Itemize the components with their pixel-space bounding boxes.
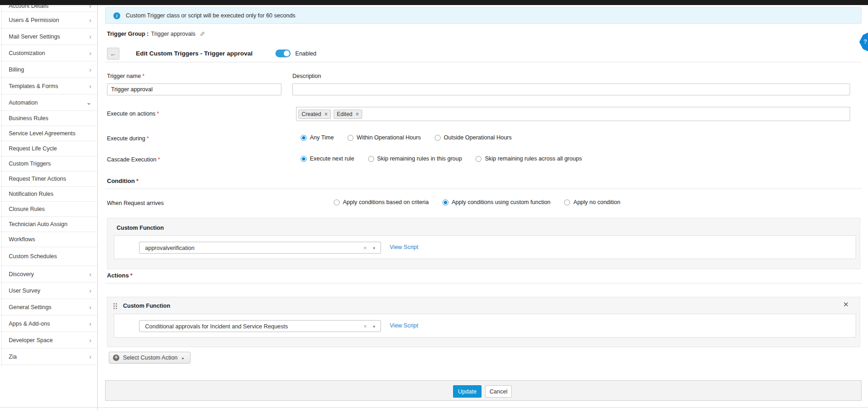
sidebar-item[interactable]: Billing › [0,61,97,78]
chevron-icon: › [89,50,91,56]
sidebar-item-label: Custom Schedules [9,253,57,260]
close-icon[interactable]: ✕ [843,300,849,309]
sidebar-item[interactable]: Mail Server Settings › [0,28,97,45]
drag-handle-icon[interactable] [113,303,118,310]
action-chip: Edited × [334,110,362,119]
sidebar-item-label: Custom Triggers [9,161,51,167]
clear-selection-icon[interactable]: × [364,323,367,330]
caret-up-icon: ▲ [181,356,185,360]
chevron-icon: › [89,304,91,310]
sidebar-item[interactable]: Users & Permission › [0,12,97,28]
sidebar-item[interactable]: Custom Schedules [0,247,97,266]
cancel-button[interactable]: Cancel [485,385,512,398]
condition-heading: Condition* [107,177,139,184]
sidebar-item[interactable]: Apps & Add-ons › [0,316,97,332]
custom-function-select[interactable]: approvalverification × ▼ [139,242,381,254]
chevron-icon: › [89,337,91,344]
chevron-icon: › [89,354,91,360]
radio-option[interactable]: Apply conditions based on criteria [334,199,429,205]
radio-option[interactable]: Skip remaining rules across all groups [476,155,582,162]
sidebar-item-label: Zia [9,354,17,360]
action-function-select[interactable]: Conditional approvals for Incident and S… [139,320,381,332]
radio-icon[interactable] [368,156,374,162]
header-divider [105,62,862,62]
chevron-icon: › [89,288,91,294]
sidebar-item[interactable]: Account Details › [0,5,97,12]
radio-option[interactable]: Within Operational Hours [347,134,421,141]
radio-option[interactable]: Any Time [301,134,334,141]
settings-sidebar: Account Details › Users & Permission › M… [0,5,98,410]
remove-chip-icon[interactable]: × [356,111,359,117]
sidebar-item[interactable]: Workflows [0,232,97,247]
caret-down-icon[interactable]: ▼ [372,246,376,250]
sidebar-item[interactable]: User Survey › [0,283,97,299]
sidebar-item-label: General Settings [9,304,51,310]
radio-icon[interactable] [301,156,307,162]
sidebar-item-label: Developer Space [9,337,53,344]
required-mark: * [142,73,145,79]
required-mark: * [130,272,133,279]
required-mark: * [158,156,160,163]
sidebar-item[interactable]: Developer Space › [0,332,97,349]
sidebar-item[interactable]: Technician Auto Assign [0,217,97,232]
radio-icon[interactable] [476,156,482,162]
radio-icon[interactable] [347,135,353,141]
radio-option[interactable]: Execute next rule [301,155,354,162]
radio-option[interactable]: Apply no condition [564,199,620,205]
action-custom-function-panel: Custom Function ✕ Conditional approvals … [107,297,860,347]
sidebar-item-label: Billing [9,66,24,73]
sidebar-item-label: Discovery [9,271,34,277]
sidebar-item[interactable]: Zia › [0,349,97,365]
radio-icon[interactable] [564,199,570,205]
remove-chip-icon[interactable]: × [325,111,328,117]
sidebar-item[interactable]: General Settings › [0,299,97,316]
sidebar-item[interactable]: Customization › [0,45,97,61]
edit-pencil-icon[interactable]: ✎ [198,31,206,37]
radio-icon[interactable] [442,199,448,205]
page-bottom-divider [0,407,868,408]
select-custom-action-button[interactable]: + Select Custom Action ▲ [109,352,190,364]
sidebar-item[interactable]: Templates & Forms › [0,78,97,94]
view-script-link[interactable]: View Script [390,322,418,329]
select-value: Conditional approvals for Incident and S… [145,323,288,330]
sidebar-item[interactable]: Custom Triggers [0,156,97,172]
sidebar-item[interactable]: Automation ⌄ [0,94,97,111]
update-button[interactable]: Update [453,385,482,398]
execute-on-actions-field[interactable]: Created × Edited × [296,107,850,121]
sidebar-item[interactable]: Request Life Cycle [0,141,97,156]
chevron-icon: › [89,83,91,89]
description-label: Description [292,73,321,79]
sidebar-item[interactable]: Notification Rules [0,187,97,202]
sidebar-item-label: Request Timer Actions [9,176,66,182]
radio-icon[interactable] [435,135,441,141]
trigger-name-input[interactable] [107,83,281,95]
sidebar-item[interactable]: Business Rules [0,111,97,126]
custom-function-box: approvalverification × ▼ View Script [114,235,856,259]
radio-icon[interactable] [301,135,307,141]
radio-option[interactable]: Outside Operational Hours [435,134,512,141]
page-header: ← Edit Custom Triggers - Trigger approva… [107,47,316,60]
caret-down-icon[interactable]: ▼ [372,325,376,329]
condition-options: Apply conditions based on criteria Apply… [334,199,620,205]
custom-function-box: Conditional approvals for Incident and S… [114,314,856,338]
radio-icon[interactable] [334,199,340,205]
sidebar-item[interactable]: Closure Rules [0,202,97,217]
clear-selection-icon[interactable]: × [364,245,367,251]
radio-option[interactable]: Skip remaining rules in this group [368,155,462,162]
when-request-arrives-label: When Request arrives [107,200,164,206]
required-mark: * [146,135,149,142]
toggle-knob [284,50,290,56]
cascade-execution-label: Cascade Execution* [107,156,160,163]
back-button[interactable]: ← [107,48,119,60]
radio-option[interactable]: Apply conditions using custom function [442,199,550,205]
view-script-link[interactable]: View Script [390,244,418,250]
description-input[interactable] [292,83,850,95]
sidebar-item-label: Automation [9,100,38,106]
enabled-toggle[interactable] [275,50,291,57]
action-chip: Created × [298,110,331,119]
sidebar-item[interactable]: Service Level Agreements [0,126,97,141]
sidebar-item[interactable]: Discovery › [0,266,97,283]
sidebar-item[interactable]: Request Timer Actions [0,172,97,187]
trigger-group-label: Trigger Group : [107,31,149,37]
sidebar-item-label: Technician Auto Assign [9,221,67,227]
